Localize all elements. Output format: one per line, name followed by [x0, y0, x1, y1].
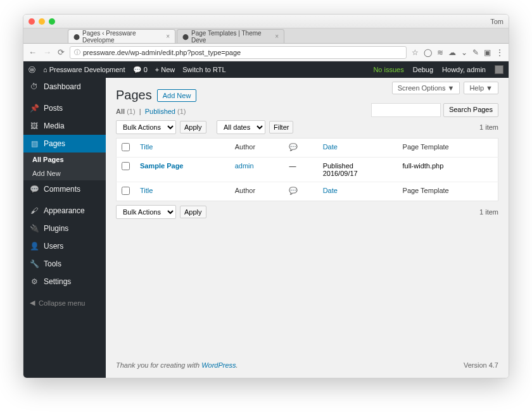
select-all-checkbox[interactable] — [122, 187, 130, 195]
filter-button[interactable]: Filter — [269, 121, 293, 134]
debug-link[interactable]: Debug — [413, 66, 433, 73]
row-title-link[interactable]: Sample Page — [140, 162, 183, 170]
screen-options-button[interactable]: Screen Options ▼ — [392, 82, 460, 94]
row-template: full-width.php — [398, 158, 498, 182]
tablenav-top: Bulk Actions Apply All dates Filter 1 it… — [116, 120, 498, 134]
sidebar-item-media[interactable]: 🖼Media — [23, 117, 106, 135]
new-link[interactable]: + New — [155, 66, 175, 73]
collapse-icon: ◀ — [30, 299, 35, 307]
col-comments[interactable]: 💬 — [284, 139, 317, 158]
plugin-icon: 🔌 — [30, 224, 39, 233]
sidebar-item-settings[interactable]: ⚙Settings — [23, 273, 106, 290]
row-date: Published2016/09/17 — [318, 158, 398, 182]
item-count: 1 item — [479, 208, 498, 216]
table-row: Sample Page admin — Published2016/09/17 … — [117, 158, 498, 182]
url-input[interactable]: ⓘ pressware.dev/wp-admin/edit.php?post_t… — [70, 46, 407, 59]
pocket-icon[interactable]: ⌄ — [461, 48, 467, 57]
plus-icon: + — [155, 66, 159, 73]
buffer-icon[interactable]: ≋ — [437, 48, 443, 57]
tab-close-icon[interactable]: × — [166, 33, 170, 40]
bulk-actions-select[interactable]: Bulk Actions — [116, 120, 176, 134]
browser-tab-active[interactable]: ⬤ Pages ‹ Pressware Developme × — [68, 29, 175, 43]
search-box: Search Pages — [371, 103, 498, 117]
home-icon: ⌂ — [43, 66, 48, 73]
comments-link[interactable]: 💬 0 — [133, 66, 148, 74]
col-template: Page Template — [398, 139, 498, 158]
tab-title: Pages ‹ Pressware Developme — [82, 30, 162, 44]
filter-all[interactable]: All — [116, 108, 125, 115]
wordpress-link[interactable]: WordPress — [201, 361, 236, 369]
back-icon[interactable]: ← — [28, 47, 37, 57]
star-icon[interactable]: ☆ — [412, 48, 419, 57]
sidebar-item-users[interactable]: 👤Users — [23, 237, 106, 255]
camera-icon[interactable]: ▣ — [484, 48, 491, 57]
forward-icon[interactable]: → — [43, 47, 51, 57]
row-checkbox[interactable] — [122, 162, 130, 170]
col-title[interactable]: Title — [135, 182, 230, 201]
site-link[interactable]: ⌂ Pressware Development — [43, 66, 125, 73]
pages-table: Title Author 💬 Date Page Template Sample… — [116, 138, 498, 201]
settings-icon: ⚙ — [30, 277, 39, 286]
minimize-window-icon[interactable] — [39, 18, 45, 25]
site-info-icon[interactable]: ⓘ — [74, 48, 80, 57]
wp-footer: Thank you for creating with WordPress. V… — [116, 355, 498, 373]
sidebar-item-tools[interactable]: 🔧Tools — [23, 255, 106, 273]
wordpress-favicon-icon: ⬤ — [182, 34, 189, 40]
submenu-all-pages[interactable]: All Pages — [23, 152, 106, 166]
bulk-actions-select[interactable]: Bulk Actions — [116, 205, 176, 219]
apply-button[interactable]: Apply — [180, 121, 206, 134]
row-author-link[interactable]: admin — [235, 162, 254, 170]
col-author: Author — [230, 139, 284, 158]
sidebar-item-dashboard[interactable]: ⏱Dashboard — [23, 78, 106, 96]
col-date[interactable]: Date — [318, 182, 398, 201]
comment-icon: 💬 — [289, 143, 298, 151]
col-template: Page Template — [398, 182, 498, 201]
extension-circle-icon[interactable]: ◯ — [424, 48, 432, 57]
cloud-icon[interactable]: ☁ — [448, 48, 456, 57]
sidebar-item-comments[interactable]: 💬Comments — [23, 180, 106, 198]
add-new-button[interactable]: Add New — [157, 89, 197, 102]
sidebar-item-appearance[interactable]: 🖌Appearance — [23, 202, 106, 220]
pin-icon: 📌 — [30, 104, 39, 113]
nav-buttons: ← → ⟳ — [28, 47, 65, 57]
close-window-icon[interactable] — [28, 18, 35, 25]
wp-admin-bar: ⓦ ⌂ Pressware Development 💬 0 + New Swit… — [23, 61, 509, 78]
address-bar: ← → ⟳ ⓘ pressware.dev/wp-admin/edit.php?… — [23, 44, 509, 61]
media-icon: 🖼 — [30, 121, 39, 130]
avatar-icon[interactable] — [495, 65, 504, 74]
col-comments[interactable]: 💬 — [284, 182, 317, 201]
user-icon: 👤 — [30, 242, 39, 251]
browser-tabs: ⬤ Pages ‹ Pressware Developme × ⬤ Page T… — [23, 28, 509, 44]
wordpress-logo-icon[interactable]: ⓦ — [28, 65, 35, 75]
filter-all-count: (1) — [127, 108, 135, 115]
wordpress-admin: ⓦ ⌂ Pressware Development 💬 0 + New Swit… — [23, 61, 509, 378]
wrench-icon: 🔧 — [30, 259, 39, 268]
reload-icon[interactable]: ⟳ — [58, 47, 65, 57]
filter-published[interactable]: Published — [145, 108, 175, 115]
submenu-add-new[interactable]: Add New — [23, 166, 106, 180]
sidebar-item-pages[interactable]: ▤Pages — [23, 135, 106, 152]
search-input[interactable] — [371, 103, 441, 117]
apply-button[interactable]: Apply — [180, 206, 206, 218]
no-issues-link[interactable]: No issues — [373, 66, 403, 73]
sidebar-item-posts[interactable]: 📌Posts — [23, 99, 106, 117]
rtl-link[interactable]: Switch to RTL — [182, 66, 225, 73]
search-button[interactable]: Search Pages — [443, 103, 498, 117]
date-filter-select[interactable]: All dates — [217, 120, 265, 134]
maximize-window-icon[interactable] — [49, 18, 55, 25]
menu-icon[interactable]: ⋮ — [496, 48, 504, 57]
howdy-link[interactable]: Howdy, admin — [442, 66, 486, 73]
tab-close-icon[interactable]: × — [275, 33, 279, 40]
col-title[interactable]: Title — [135, 139, 230, 158]
col-date[interactable]: Date — [318, 139, 398, 158]
url-text: pressware.dev/wp-admin/edit.php?post_typ… — [83, 49, 241, 56]
table-footer-row: Title Author 💬 Date Page Template — [117, 182, 498, 201]
select-all-checkbox[interactable] — [122, 143, 130, 151]
browser-tab-inactive[interactable]: ⬤ Page Templates | Theme Deve × — [177, 29, 284, 43]
evernote-icon[interactable]: ✎ — [472, 48, 479, 57]
brush-icon: 🖌 — [30, 206, 39, 215]
collapse-menu[interactable]: ◀Collapse menu — [23, 294, 106, 311]
main-content: Screen Options ▼ Help ▼ Pages Add New Se… — [106, 78, 509, 378]
help-button[interactable]: Help ▼ — [464, 82, 498, 94]
sidebar-item-plugins[interactable]: 🔌Plugins — [23, 220, 106, 237]
